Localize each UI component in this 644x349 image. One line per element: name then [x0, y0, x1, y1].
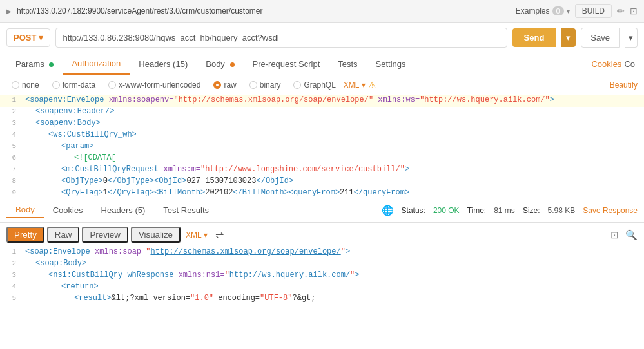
request-code-editor[interactable]: 1 <soapenv:Envelope xmlns:soapenv="http:… — [0, 95, 644, 198]
examples-count: 0 — [552, 6, 564, 15]
xml-type-select[interactable]: XML ▾ — [344, 80, 366, 90]
code-line-7: 7 <m:CustBillQryRequest xmlns:m="http://… — [0, 165, 644, 176]
radio-urlencoded-label: x-www-form-urlencoded — [119, 80, 200, 90]
save-button[interactable]: Save — [581, 28, 620, 48]
tab-body[interactable]: Body — [197, 54, 243, 74]
radio-none[interactable]: none — [6, 79, 44, 91]
tab-settings[interactable]: Settings — [367, 54, 415, 74]
tab-params-label: Params — [15, 59, 44, 69]
line-number: 3 — [0, 270, 23, 279]
status-label: Status: — [402, 206, 425, 215]
radio-urlencoded[interactable]: x-www-form-urlencoded — [103, 79, 206, 91]
build-button[interactable]: BUILD — [575, 4, 612, 18]
line-content: <return> — [23, 282, 644, 291]
status-info: 🌐 Status: 200 OK Time: 81 ms Size: 5.98 … — [382, 205, 638, 216]
collection-url: http://133.0.207.182:9900/serviceAgent/r… — [17, 6, 511, 15]
line-content: <soapenv:Header/> — [23, 107, 644, 116]
resp-raw-button[interactable]: Raw — [47, 227, 80, 243]
resp-preview-button[interactable]: Preview — [82, 227, 128, 243]
line-content: <ns1:CustBillQry_whResponse xmlns:ns1="h… — [23, 270, 644, 279]
format-icon[interactable]: ⇌ — [215, 229, 224, 241]
cookies-link[interactable]: Cookies — [591, 54, 621, 74]
line-number: 3 — [0, 118, 23, 127]
resp-action-icons: ⊡ 🔍 — [610, 229, 638, 241]
line-number: 8 — [0, 176, 23, 185]
size-label: Size: — [523, 206, 540, 215]
url-input[interactable] — [55, 28, 507, 48]
tab-pre-request-label: Pre-request Script — [253, 59, 320, 69]
radio-binary[interactable]: binary — [244, 79, 286, 91]
radio-form-data-label: form-data — [63, 80, 95, 90]
radio-form-data[interactable]: form-data — [47, 79, 101, 91]
radio-urlencoded-dot — [108, 81, 116, 89]
beautify-button[interactable]: Beautify — [610, 80, 638, 90]
resp-xml-label: XML — [186, 231, 202, 240]
resp-pretty-button[interactable]: Pretty — [6, 227, 44, 243]
edit-icon[interactable]: ✏ — [617, 6, 625, 16]
btab-cookies[interactable]: Cookies — [44, 203, 92, 218]
line-number: 2 — [0, 107, 23, 115]
radio-graphql[interactable]: GraphQL — [288, 79, 340, 91]
tab-pre-request[interactable]: Pre-request Script — [244, 54, 329, 74]
send-dropdown-button[interactable]: ▾ — [561, 28, 576, 47]
line-content: <soap:Envelope xmlns:soap="http://schema… — [23, 247, 644, 256]
warning-icon: ⚠ — [368, 80, 376, 90]
toolbar-icons: ✏ ⊡ — [617, 6, 638, 16]
line-number: 6 — [0, 153, 23, 162]
radio-raw[interactable]: raw — [208, 79, 241, 91]
xml-dropdown-icon: ▾ — [362, 80, 366, 90]
tab-tests[interactable]: Tests — [329, 54, 366, 74]
code-line-6: 6 <![CDATA[ — [0, 153, 644, 165]
radio-none-dot — [12, 81, 19, 89]
line-content: <![CDATA[ — [23, 153, 644, 162]
expand-arrow-icon[interactable]: ▶ — [6, 8, 12, 15]
btab-cookies-label: Cookies — [53, 205, 83, 215]
response-type-row: Pretty Raw Preview Visualize XML ▾ ⇌ ⊡ 🔍 — [0, 223, 644, 247]
search-response-icon[interactable]: 🔍 — [625, 229, 638, 241]
radio-binary-label: binary — [260, 80, 281, 90]
code-line-8: 8 <ObjType>0</ObjType><ObjId>027 1530710… — [0, 176, 644, 188]
resp-line-3: 3 <ns1:CustBillQry_whResponse xmlns:ns1=… — [0, 270, 644, 282]
size-value: 5.98 KB — [548, 206, 576, 215]
line-number: 2 — [0, 259, 23, 267]
copy-response-icon[interactable]: ⊡ — [610, 229, 619, 241]
line-number: 7 — [0, 165, 23, 173]
body-type-row: none form-data x-www-form-urlencoded raw… — [0, 75, 644, 95]
line-content: <result>&lt;?xml version="1.0" encoding=… — [23, 294, 644, 303]
radio-binary-dot — [249, 81, 257, 89]
copy-icon[interactable]: ⊡ — [630, 6, 638, 16]
send-button[interactable]: Send — [512, 28, 556, 47]
request-bar: POST ▾ Send ▾ Save ▾ — [0, 23, 644, 53]
status-value: 200 OK — [433, 206, 460, 215]
cookies-link2[interactable]: Co — [621, 54, 638, 74]
btab-headers[interactable]: Headers (5) — [92, 203, 155, 218]
response-code-editor[interactable]: 1 <soap:Envelope xmlns:soap="http://sche… — [0, 247, 644, 312]
body-dot — [230, 62, 235, 67]
response-tabs: Body Cookies Headers (5) Test Results 🌐 … — [0, 198, 644, 223]
radio-graphql-dot — [293, 81, 301, 89]
resp-visualize-button[interactable]: Visualize — [131, 227, 181, 243]
globe-icon[interactable]: 🌐 — [382, 205, 394, 216]
method-dropdown-icon: ▾ — [39, 33, 43, 42]
resp-line-5: 5 <result>&lt;?xml version="1.0" encodin… — [0, 294, 644, 305]
save-dropdown-button[interactable]: ▾ — [625, 28, 638, 48]
tab-params[interactable]: Params — [6, 54, 63, 74]
tab-headers-label: Headers — [139, 59, 170, 69]
tab-headers[interactable]: Headers (15) — [130, 54, 197, 74]
btab-test-results[interactable]: Test Results — [154, 203, 218, 218]
examples-button[interactable]: Examples 0 ▾ — [516, 6, 570, 15]
line-content: <soapenv:Body> — [23, 118, 644, 127]
btab-body[interactable]: Body — [6, 202, 44, 218]
headers-count: 15 — [175, 59, 184, 69]
method-select[interactable]: POST ▾ — [6, 28, 50, 47]
code-line-4: 4 <ws:CustBillQry_wh> — [0, 130, 644, 142]
tab-authorization[interactable]: Authorization — [63, 53, 130, 75]
resp-line-1: 1 <soap:Envelope xmlns:soap="http://sche… — [0, 247, 644, 259]
resp-xml-select[interactable]: XML ▾ — [186, 231, 208, 240]
radio-raw-dot — [213, 81, 221, 89]
resp-line-2: 2 <soap:Body> — [0, 259, 644, 270]
examples-dropdown-icon[interactable]: ▾ — [567, 8, 570, 15]
btab-test-results-label: Test Results — [163, 205, 209, 215]
save-response-button[interactable]: Save Response — [583, 206, 638, 215]
code-line-1: 1 <soapenv:Envelope xmlns:soapenv="http:… — [0, 95, 644, 107]
